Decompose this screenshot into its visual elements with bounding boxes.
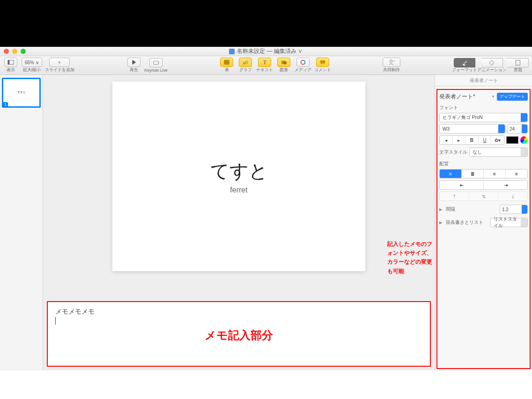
svg-point-14 <box>390 60 392 62</box>
svg-rect-1 <box>8 60 10 65</box>
svg-rect-16 <box>516 60 520 65</box>
shape-icon <box>281 59 287 66</box>
minimize-window-button[interactable] <box>12 49 17 54</box>
valign-middle-button[interactable]: ⇅ <box>469 192 499 200</box>
align-left-button[interactable]: ≡ <box>440 170 462 178</box>
view-icon <box>7 59 14 66</box>
media-icon <box>300 59 306 66</box>
document-icon <box>229 49 235 54</box>
disclosure-triangle-icon[interactable]: ▶ <box>439 221 442 225</box>
svg-rect-13 <box>320 60 325 64</box>
slide-number: 1 <box>3 102 8 107</box>
indent-increase-button[interactable]: ⇥ <box>484 181 527 189</box>
toolbar: 表示 66% ∨ 拡大/縮小 ＋ スライドを追加 再生 Keynote Live… <box>0 56 532 75</box>
presenter-notes-text[interactable]: メモメモメモ <box>55 308 422 316</box>
format-tab[interactable]: フォーマット <box>452 58 477 73</box>
view-button[interactable]: 表示 <box>3 58 19 73</box>
inspector-tab-header[interactable]: 発表者ノート <box>435 75 532 86</box>
update-button[interactable]: アップデート <box>497 93 528 101</box>
char-style-select[interactable]: なし <box>469 148 528 157</box>
inspector-panel: 発表者ノート 発表者ノート* ▼ アップデート フォント ヒラギノ角ゴ ProN… <box>435 75 532 370</box>
slide-thumbnail[interactable]: てすと 1 <box>2 78 41 108</box>
svg-rect-6 <box>244 62 245 64</box>
person-add-icon: + <box>388 59 395 66</box>
document-tab[interactable]: 書類 <box>507 58 529 73</box>
animation-tab[interactable]: アニメーション <box>477 58 507 73</box>
font-weight-select[interactable]: W3 <box>439 124 505 133</box>
comment-icon <box>319 59 326 66</box>
disclosure-triangle-icon[interactable]: ▶ <box>439 207 442 212</box>
line-spacing-field[interactable]: 1.2 <box>500 205 528 214</box>
bullets-select[interactable]: リストスタイル <box>490 218 528 227</box>
font-family-select[interactable]: ヒラギノ角ゴ ProN <box>439 113 528 122</box>
text-cursor <box>55 317 56 325</box>
table-icon <box>223 59 230 66</box>
valign-bottom-button[interactable]: ⤓ <box>498 192 527 200</box>
add-slide-button[interactable]: ＋ スライドを追加 <box>45 58 74 73</box>
slide[interactable]: てすと ferret <box>112 81 365 271</box>
indent-decrease-button[interactable]: ⇤ <box>440 181 484 189</box>
slide-navigator[interactable]: てすと 1 <box>0 75 43 370</box>
slide-canvas[interactable]: てすと ferret 記入したメモのフォントやサイズ、 カラーなどの変更も可能 <box>43 75 435 301</box>
chart-button[interactable]: グラフ <box>237 58 253 73</box>
bullets-label: 箇条書きとリスト <box>446 219 483 226</box>
align-center-button[interactable]: ≣ <box>462 170 484 178</box>
color-wheel-button[interactable] <box>520 136 528 144</box>
valign-top-button[interactable]: ⤒ <box>440 192 469 200</box>
annotation-text: 記入したメモのフォントやサイズ、 カラーなどの変更も可能 <box>387 240 435 276</box>
table-button[interactable]: 表 <box>219 58 235 73</box>
svg-point-10 <box>284 61 287 64</box>
close-window-button[interactable] <box>4 49 9 54</box>
svg-rect-7 <box>245 61 247 64</box>
zoom-window-button[interactable] <box>21 49 26 54</box>
notes-annotation-label: メモ記入部分 <box>205 328 273 343</box>
slide-subtitle[interactable]: ferret <box>230 186 247 194</box>
strikethrough-right-button[interactable]: ▸ <box>453 136 466 144</box>
char-style-label: 文字スタイル <box>439 149 467 155</box>
presenter-notes-area[interactable]: メモメモメモ メモ記入部分 <box>47 301 431 367</box>
shape-button[interactable]: 図形 <box>276 58 292 73</box>
diamond-icon <box>488 59 495 66</box>
keynote-live-button[interactable]: Keynote Live <box>145 58 168 73</box>
font-size-field[interactable]: 24 <box>507 124 528 133</box>
text-button[interactable]: T テキスト <box>256 58 273 73</box>
svg-rect-2 <box>154 61 159 65</box>
underline-button[interactable]: U <box>479 136 492 144</box>
brush-icon <box>461 59 468 66</box>
inspector-title: 発表者ノート* <box>439 93 489 101</box>
broadcast-icon <box>153 59 159 66</box>
svg-text:+: + <box>393 59 395 62</box>
media-button[interactable]: メディア <box>295 58 311 73</box>
font-section-label: フォント <box>439 104 528 111</box>
window-titlebar: 名称未設定 — 編集済み ∨ <box>0 47 532 56</box>
strikethrough-left-button[interactable]: ◂ <box>440 136 453 144</box>
window-title[interactable]: 名称未設定 — 編集済み ∨ <box>237 47 303 55</box>
document-icon <box>515 59 521 66</box>
slide-title[interactable]: てすと <box>210 158 268 184</box>
collaborate-button[interactable]: + 共同制作 <box>383 58 400 73</box>
align-right-button[interactable]: ≡ <box>484 170 506 178</box>
spacing-label: 間隔 <box>446 206 455 213</box>
align-justify-button[interactable]: ≡ <box>506 170 527 178</box>
zoom-button[interactable]: 66% ∨ 拡大/縮小 <box>22 58 42 73</box>
chevron-down-icon[interactable]: ▼ <box>491 95 495 99</box>
text-color-swatch[interactable] <box>506 136 518 144</box>
bold-button[interactable]: B <box>466 136 479 144</box>
play-button[interactable]: 再生 <box>126 58 142 73</box>
svg-rect-8 <box>247 60 248 65</box>
comment-button[interactable]: コメント <box>314 58 331 73</box>
play-icon <box>131 59 137 66</box>
alignment-label: 配置 <box>439 161 528 167</box>
chart-icon <box>242 59 249 66</box>
more-style-button[interactable]: ✿▾ <box>491 136 504 144</box>
